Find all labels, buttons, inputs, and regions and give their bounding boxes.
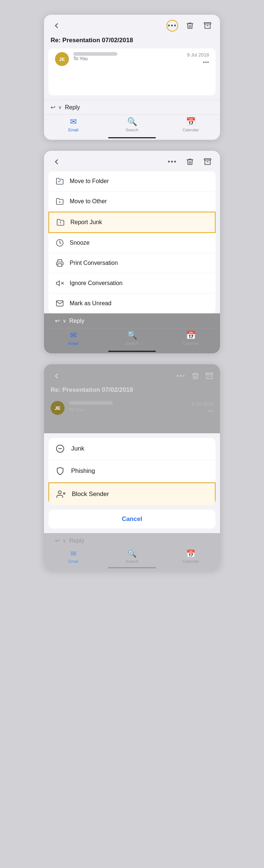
print-icon [55, 258, 65, 268]
menu-item-unread[interactable]: Mark as Unread [48, 293, 216, 313]
calendar-tab-icon: 📅 [186, 117, 196, 127]
dimmed-reply-chevron: ∨ [63, 318, 66, 324]
more-dots-icon[interactable]: ••• [203, 59, 209, 66]
sheet-item-phishing[interactable]: Phishing [48, 460, 216, 482]
cancel-button[interactable]: Cancel [48, 510, 216, 529]
p3-avatar: JE [51, 401, 65, 415]
svg-rect-6 [58, 264, 62, 266]
tab-calendar[interactable]: 📅 Calendar [161, 117, 220, 132]
menu-item-move-folder[interactable]: Move to Folder [48, 171, 216, 192]
menu-more-button[interactable]: ••• [166, 156, 178, 168]
email-meta: JE To You 9 Jul 2018 ••• [48, 48, 216, 95]
report-junk-panel: ••• Re: Presentation 07/02/2018 JE [44, 364, 220, 570]
sheet-item-block-sender[interactable]: Block Sender [48, 482, 216, 505]
p3-back-button [51, 370, 62, 382]
p3-to-you: To You [69, 407, 187, 412]
folder-icon [55, 176, 65, 186]
delete-button[interactable] [184, 20, 196, 32]
p3-delete-icon [191, 372, 199, 380]
menu-item-label-move-other: Move to Other [70, 198, 107, 205]
p3-dimmed-reply-arrow: ↩ [55, 537, 60, 544]
menu-back-button[interactable] [51, 156, 62, 168]
email-date-section: 9 Jul 2018 ••• [187, 52, 209, 66]
minus-circle-icon [55, 444, 65, 454]
sender-name-bar [73, 52, 117, 56]
p3-dimmed-email-tab: ✉ Email [44, 549, 103, 564]
reply-bar-dimmed: ↩ ∨ Reply [44, 313, 220, 328]
menu-item-report-junk[interactable]: Report Junk [48, 212, 216, 233]
dimmed-tab-calendar: 📅 Calendar [161, 331, 220, 346]
sheet-options: Junk Phishing [48, 438, 216, 505]
calendar-tab-label: Calendar [183, 128, 199, 132]
p3-email-info: To You [69, 401, 187, 412]
p3-email-meta: JE To You 9 Jul 2018 ••• [51, 397, 213, 433]
unread-icon [55, 299, 65, 308]
back-button[interactable] [51, 20, 62, 32]
menu-item-label-ignore: Ignore Conversation [70, 280, 122, 287]
p3-dimmed-footer: ↩ ∨ Reply ✉ Email 🔍 Search 📅 Calendar [44, 533, 220, 570]
junk-icon [56, 218, 65, 227]
dimmed-tab-indicator [108, 351, 156, 352]
dimmed-email-icon: ✉ [70, 331, 77, 340]
menu-item-move-other[interactable]: Move to Other [48, 192, 216, 212]
p3-calendar-icon: 📅 [186, 549, 195, 558]
menu-item-label-move-folder: Move to Folder [70, 178, 109, 185]
p3-search-icon: 🔍 [128, 549, 137, 558]
menu-item-ignore[interactable]: Ignore Conversation [48, 273, 216, 293]
p3-topbar-icons: ••• [176, 372, 213, 380]
p3-dimmed-reply: ↩ ∨ Reply [44, 533, 220, 548]
p3-sender-bar [69, 401, 113, 405]
reply-label: Reply [65, 104, 213, 111]
topbar: ••• [44, 15, 220, 35]
archive-button[interactable] [202, 20, 213, 32]
folder-other-icon [55, 197, 65, 206]
tab-email[interactable]: ✉ Email [44, 117, 103, 132]
search-tab-label: Search [126, 128, 139, 132]
tab-bar: ✉ Email 🔍 Search 📅 Calendar [44, 114, 220, 136]
p3-date: 9 Jul 2018 [191, 401, 213, 406]
email-tab-label: Email [68, 128, 78, 132]
svg-rect-10 [206, 373, 213, 375]
menu-item-print[interactable]: Print Conversation [48, 253, 216, 273]
sheet-item-junk[interactable]: Junk [48, 438, 216, 460]
p3-dimmed-tabs: ✉ Email 🔍 Search 📅 Calendar [44, 548, 220, 567]
p3-date-section: 9 Jul 2018 ••• [191, 401, 213, 415]
menu-ellipsis-icon: ••• [168, 158, 177, 166]
p3-email-icon: ✉ [70, 549, 77, 558]
menu-item-label-print: Print Conversation [70, 260, 118, 266]
tab-search[interactable]: 🔍 Search [103, 117, 161, 132]
to-you-label: To You [73, 56, 183, 61]
svg-marker-7 [56, 281, 59, 286]
svg-rect-0 [204, 23, 211, 24]
menu-item-snooze[interactable]: Snooze [48, 233, 216, 253]
dimmed-reply-label: Reply [69, 318, 84, 324]
menu-topbar-icons: ••• [166, 156, 213, 168]
shield-icon [55, 466, 65, 476]
p3-ellipsis-icon: ••• [176, 372, 186, 380]
p3-dimmed-reply-chevron: ∨ [63, 538, 66, 543]
p3-archive-icon [205, 372, 213, 380]
avatar: JE [55, 52, 69, 66]
p3-more-dots: ••• [207, 408, 213, 415]
reply-bar[interactable]: ↩ ∨ Reply [44, 100, 220, 114]
dimmed-tab-bar: ✉ Email 🔍 Search 📅 Calendar [44, 328, 220, 349]
dimmed-search-icon: 🔍 [127, 331, 137, 340]
menu-delete-button[interactable] [184, 156, 196, 168]
svg-rect-1 [204, 159, 211, 160]
p3-search-tab-label: Search [126, 559, 139, 564]
reply-arrow-icon: ↩ [51, 104, 55, 111]
ellipsis-icon: ••• [168, 22, 177, 30]
dropdown-menu-panel: ••• [44, 151, 220, 353]
menu-archive-button[interactable] [202, 156, 213, 168]
dimmed-tab-email: ✉ Email [44, 331, 103, 346]
menu-item-label-unread: Mark as Unread [70, 300, 111, 307]
more-options-button[interactable]: ••• [166, 20, 178, 32]
block-user-icon [56, 489, 66, 499]
p3-email-tab-label: Email [68, 559, 78, 564]
sheet-item-label-phishing: Phishing [71, 467, 95, 475]
email-info: To You [73, 52, 183, 61]
search-tab-icon: 🔍 [127, 117, 137, 127]
svg-point-13 [58, 491, 61, 494]
menu-list: Move to Folder Move to Other Report Jun [48, 171, 216, 313]
menu-topbar: ••• [44, 151, 220, 171]
